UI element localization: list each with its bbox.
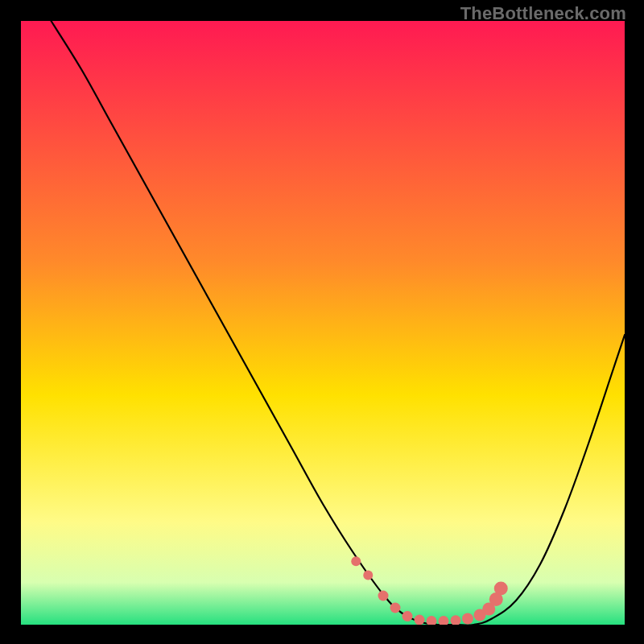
highlight-dot xyxy=(415,615,425,625)
highlight-dot xyxy=(494,582,508,596)
plot-area xyxy=(21,21,625,625)
highlight-dot xyxy=(351,556,361,566)
gradient-background xyxy=(21,21,625,625)
highlight-dot xyxy=(402,611,413,621)
highlight-dot xyxy=(462,613,473,625)
outer-frame: TheBottleneck.com xyxy=(0,0,644,644)
highlight-dot xyxy=(363,571,373,580)
highlight-dot xyxy=(390,603,401,613)
highlight-dot xyxy=(378,591,389,601)
chart-svg xyxy=(21,21,625,625)
